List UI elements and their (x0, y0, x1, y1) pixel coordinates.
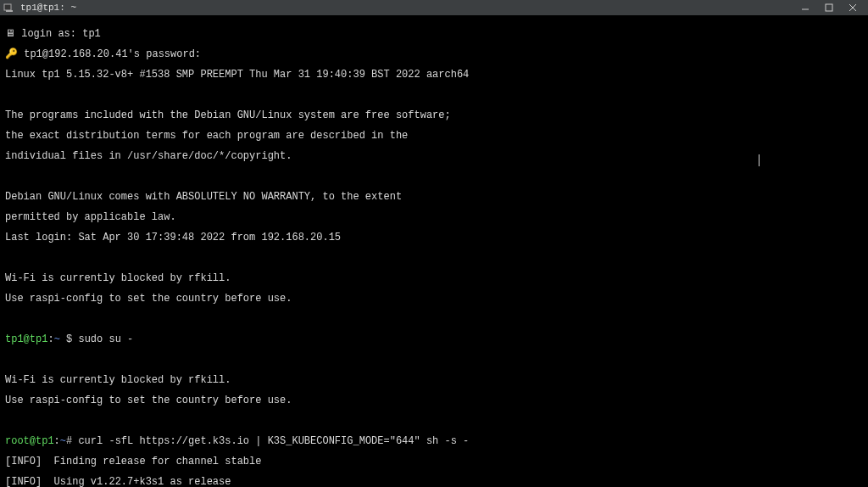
blank (5, 416, 863, 426)
prompt-line: root@tp1:~# curl -sfL https://get.k3s.io… (5, 436, 863, 446)
prompt-path: ~ (54, 333, 60, 345)
prompt-line: tp1@tp1:~ $ sudo su - (5, 334, 863, 344)
svg-rect-1 (6, 10, 13, 12)
banner: Linux tp1 5.15.32-v8+ #1538 SMP PREEMPT … (5, 70, 863, 80)
key-icon: 🔑 (5, 48, 24, 60)
password-prompt: tp1@192.168.20.41's password: (24, 48, 201, 60)
motd: the exact distribution terms for each pr… (5, 131, 863, 141)
putty-icon (3, 2, 15, 14)
rfkill: Use raspi-config to set the country befo… (5, 395, 863, 406)
svg-rect-0 (4, 4, 11, 10)
command: curl -sfL https://get.k3s.io | K3S_KUBEC… (78, 435, 469, 447)
minimize-button[interactable] (793, 0, 817, 15)
blank (5, 355, 863, 365)
terminal-output[interactable]: 🖥 login as: tp1 🔑 tp1@192.168.20.41's pa… (0, 15, 868, 487)
window-title: tp1@tp1: ~ (20, 3, 793, 13)
svg-rect-3 (826, 4, 832, 11)
info-line: [INFO] Finding release for channel stabl… (5, 456, 863, 467)
motd: Debian GNU/Linux comes with ABSOLUTELY N… (5, 192, 863, 202)
rfkill: Wi-Fi is currently blocked by rfkill. (5, 375, 863, 385)
text-caret (759, 154, 760, 166)
last-login: Last login: Sat Apr 30 17:39:48 2022 fro… (5, 232, 863, 243)
rfkill: Wi-Fi is currently blocked by rfkill. (5, 273, 863, 283)
command: sudo su - (78, 333, 133, 345)
info-line: [INFO] Using v1.22.7+k3s1 as release (5, 477, 863, 487)
window-controls (793, 0, 865, 15)
motd: The programs included with the Debian GN… (5, 110, 863, 120)
blank (5, 171, 863, 182)
rfkill: Use raspi-config to set the country befo… (5, 294, 863, 304)
blank (5, 253, 863, 263)
motd: permitted by applicable law. (5, 212, 863, 222)
maximize-button[interactable] (817, 0, 841, 15)
prompt-user: tp1@tp1 (5, 333, 47, 345)
putty-inline-icon: 🖥 (5, 28, 21, 40)
titlebar: tp1@tp1: ~ (0, 0, 868, 15)
prompt-path: ~ (60, 435, 66, 447)
blank (5, 314, 863, 324)
prompt-user: root@tp1 (5, 435, 54, 447)
motd: individual files in /usr/share/doc/*/cop… (5, 151, 863, 161)
login-prompt: login as: tp1 (21, 28, 101, 40)
close-button[interactable] (841, 0, 865, 15)
blank (5, 90, 863, 100)
